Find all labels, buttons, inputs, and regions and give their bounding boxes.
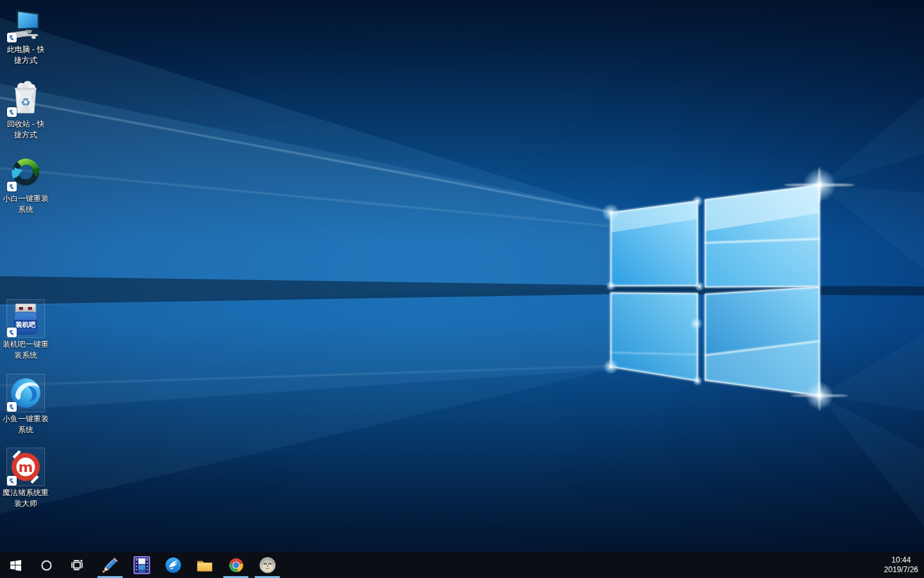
recycle-bin-icon-frame: ♻ (7, 80, 44, 117)
desktop-icon-label: 回收站 - 快 捷方式 (7, 119, 45, 141)
desktop-icon-label: 小白一键重装 系统 (3, 193, 49, 215)
search-icon (40, 559, 53, 572)
desktop-icon-label: 小鱼一键重装 系统 (3, 414, 49, 435)
this-pc-icon (7, 5, 44, 42)
shortcut-arrow-icon (7, 33, 17, 42)
desktop-icon-zhuangjiba[interactable]: 装机吧 装机吧一键重 装系统 (0, 300, 51, 361)
task-view-icon (71, 559, 83, 571)
shortcut-arrow-icon (7, 402, 17, 412)
taskbar-chrome[interactable] (220, 552, 252, 578)
search-button[interactable] (31, 552, 62, 578)
chrome-icon (228, 557, 244, 573)
xiaoyu-icon-frame (7, 374, 44, 412)
xiaobai-icon-frame (7, 154, 44, 191)
svg-text:装机吧: 装机吧 (15, 320, 36, 328)
desktop: 此电脑 - 快 捷方式 ♻ 回收站 - 快 捷方式 (0, 0, 924, 578)
clock-date: 2019/7/26 (884, 565, 918, 575)
desktop-icon-this-pc[interactable]: 此电脑 - 快 捷方式 (0, 5, 51, 66)
shortcut-arrow-icon (7, 182, 17, 191)
taskbar-video-app[interactable] (126, 552, 157, 578)
taskbar-file-explorer[interactable] (189, 552, 220, 578)
svg-text:m: m (19, 459, 33, 475)
clock-time: 10:44 (884, 556, 918, 565)
zhuangjiba-icon-frame: 装机吧 (7, 300, 44, 337)
desktop-icon-recycle-bin[interactable]: ♻ 回收站 - 快 捷方式 (0, 80, 51, 141)
shortcut-arrow-icon (7, 107, 17, 117)
wing-icon (165, 557, 182, 574)
mofazhu-icon-frame: m (7, 448, 44, 486)
start-button[interactable] (0, 552, 31, 578)
desktop-icon-xiaobai[interactable]: 小白一键重装 系统 (0, 154, 51, 215)
film-strip-icon (133, 556, 150, 574)
taskbar-pencil-app[interactable] (94, 552, 126, 578)
desktop-icon-label: 此电脑 - 快 捷方式 (7, 44, 45, 66)
windows-start-icon (10, 560, 21, 571)
taskbar-clock[interactable]: 10:44 2019/7/26 (884, 556, 918, 575)
desktop-icon-mofazhu[interactable]: m 魔法猪系统重 装大师 (0, 448, 51, 509)
taskbar: 10:44 2019/7/26 (0, 552, 924, 578)
pencil-icon (102, 557, 119, 574)
avatar-cat-icon (259, 557, 276, 574)
svg-text:♻: ♻ (21, 96, 30, 109)
desktop-icon-xiaoyu[interactable]: 小鱼一键重装 系统 (0, 374, 51, 435)
folder-icon (196, 559, 213, 572)
shortcut-arrow-icon (7, 328, 17, 337)
windows-hero-wallpaper (0, 0, 924, 578)
system-tray: 10:44 2019/7/26 (884, 552, 924, 578)
desktop-icon-label: 装机吧一键重 装系统 (3, 339, 49, 361)
desktop-icon-label: 魔法猪系统重 装大师 (3, 487, 49, 509)
taskbar-avatar-app[interactable] (252, 552, 283, 578)
taskbar-wing-app[interactable] (157, 552, 189, 578)
task-view-button[interactable] (62, 552, 92, 578)
pinned-apps (94, 552, 283, 578)
shortcut-arrow-icon (7, 476, 17, 486)
